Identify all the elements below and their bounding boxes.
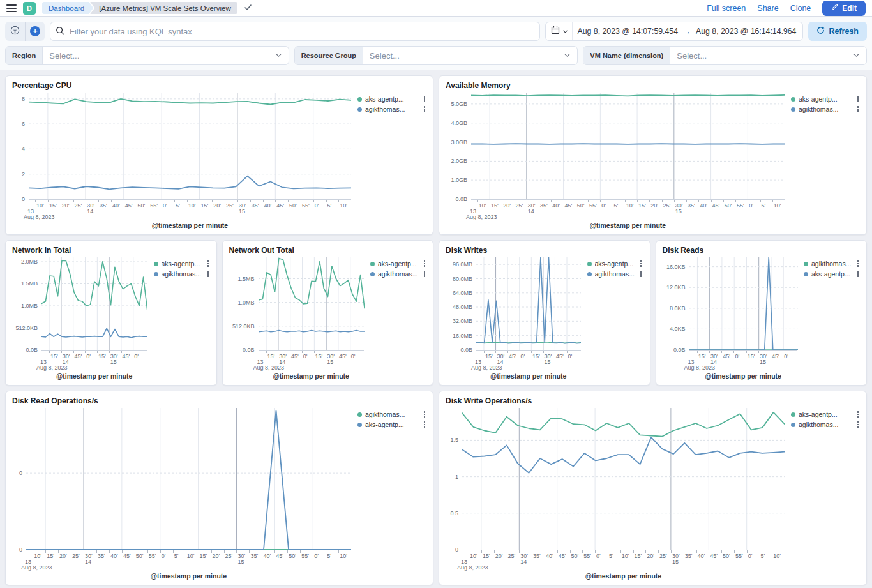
y-tick-label: 0.0B: [460, 347, 472, 353]
legend-options-icon[interactable]: [423, 260, 427, 268]
x-tick-label: 50': [289, 202, 297, 209]
x-tick-mark: [149, 200, 149, 202]
chart-plot-area[interactable]: 0.0B16.0MB32.0MB48.0MB64.0MB80.0MB96.0MB: [476, 257, 581, 351]
legend-label: aks-agentp...: [365, 421, 419, 428]
x-hour-label: 15: [545, 359, 551, 365]
legend-item[interactable]: aks-agentp...: [357, 421, 426, 428]
y-tick-label: 0.0B: [673, 347, 686, 353]
x-tick-label: 15': [315, 353, 323, 359]
legend-options-icon[interactable]: [856, 411, 861, 418]
legend-options-icon[interactable]: [423, 270, 427, 278]
x-tick-mark: [61, 351, 62, 353]
legend-item[interactable]: aks-agentp...: [587, 260, 643, 268]
x-tick-mark: [671, 550, 672, 553]
legend-item[interactable]: agikthomas...: [791, 421, 860, 428]
chart-plot-area[interactable]: 00: [26, 408, 351, 550]
legend-item[interactable]: agikthomas...: [370, 270, 426, 278]
x-tick-label: 15': [267, 353, 275, 359]
x-origin-date: Aug 8, 2023: [21, 564, 52, 571]
edit-button[interactable]: Edit: [822, 1, 866, 16]
share-link[interactable]: Share: [757, 4, 778, 13]
panel-title: Disk Write Operations/s: [446, 396, 860, 405]
x-axis: 10'15'20'25'30'35'40'45'50'55'0'5'10'15'…: [471, 200, 785, 221]
chart-svg-network-out-total: [259, 257, 365, 350]
calendar-icon: [551, 26, 560, 37]
space-avatar[interactable]: D: [23, 2, 36, 15]
chart-plot-area[interactable]: 0.0B512.0KB1.0MB1.5MB2.0MB: [41, 257, 147, 351]
control-region-value[interactable]: Select...: [43, 51, 274, 61]
breadcrumb-dashboard[interactable]: Dashboard: [42, 2, 93, 14]
chart-plot-area[interactable]: 00.511.5: [462, 408, 785, 550]
legend-item[interactable]: agikthomas...: [791, 105, 860, 113]
menu-icon[interactable]: [6, 4, 17, 12]
x-tick-mark: [96, 550, 97, 553]
legend-options-icon[interactable]: [423, 411, 427, 418]
chart-plot-area[interactable]: 0.0B1.0GB2.0GB3.0GB4.0GB5.0GB: [471, 93, 785, 200]
legend-dot-green: [357, 412, 362, 417]
legend-options-icon[interactable]: [423, 95, 427, 103]
legend-item[interactable]: agikthomas...: [357, 411, 426, 418]
chart-plot-area[interactable]: 0.0B512.0KB1.0MB1.5MB: [259, 257, 365, 351]
legend-item[interactable]: aks-agentp...: [370, 260, 426, 268]
x-tick-label: 10': [340, 202, 347, 209]
chart-plot-area[interactable]: 0.0B4.0KB8.0KB12.0KB16.0KB: [689, 257, 798, 351]
chart-svg-disk-write-operations: [462, 408, 785, 550]
legend-options-icon[interactable]: [856, 95, 861, 103]
x-hour-label: 15: [327, 359, 333, 365]
legend-item[interactable]: agikthomas...: [357, 105, 426, 113]
legend-options-icon[interactable]: [856, 270, 861, 278]
control-region[interactable]: Region Select...: [5, 46, 289, 65]
legend-item[interactable]: aks-agentp...: [791, 95, 860, 103]
legend-options-icon[interactable]: [639, 260, 643, 268]
x-tick-label: 5': [327, 553, 331, 559]
x-tick-label: 15': [491, 202, 499, 209]
clone-link[interactable]: Clone: [790, 4, 811, 13]
full-screen-link[interactable]: Full screen: [707, 4, 746, 13]
x-tick-mark: [288, 200, 289, 202]
legend-options-icon[interactable]: [856, 105, 861, 113]
control-resource-group[interactable]: Resource Group Select...: [294, 46, 578, 65]
legend-options-icon[interactable]: [856, 421, 861, 428]
panel-network-in-total: Network In Total 0.0B512.0KB1.0MB1.5MB2.…: [5, 240, 217, 386]
legend-options-icon[interactable]: [206, 260, 210, 268]
kql-search-input[interactable]: [50, 22, 540, 41]
legend-item[interactable]: aks-agentp...: [791, 411, 860, 418]
legend-item[interactable]: agikthomas...: [587, 270, 643, 278]
date-to[interactable]: Aug 8, 2023 @ 16:14:14.964: [696, 27, 796, 36]
y-tick-label: 96.0MB: [453, 261, 472, 268]
x-tick-label: 20': [213, 553, 220, 559]
x-axis-title: @timestamp per minute: [259, 372, 365, 380]
refresh-button[interactable]: Refresh: [808, 22, 867, 41]
legend-label: agikthomas...: [378, 270, 419, 278]
saved-query-button[interactable]: [5, 22, 25, 41]
legend-options-icon[interactable]: [856, 260, 861, 268]
chart-legend: aks-agentp...agikthomas...: [785, 408, 860, 580]
legend-options-icon[interactable]: [639, 270, 643, 278]
breadcrumb-current[interactable]: [Azure Metrics] VM Scale Sets Overview: [90, 2, 237, 14]
x-tick-label: 35': [533, 553, 541, 559]
chart-plot-area[interactable]: 02468: [29, 93, 351, 200]
x-axis-title: @timestamp per minute: [462, 571, 785, 580]
x-tick-mark: [263, 200, 264, 202]
x-tick-label: 15': [532, 353, 540, 359]
legend-item[interactable]: aks-agentp...: [154, 260, 210, 268]
control-resource-group-value[interactable]: Select...: [363, 51, 564, 61]
legend-options-icon[interactable]: [206, 270, 210, 278]
legend-item[interactable]: agikthomas...: [154, 270, 210, 278]
arrow-right-icon: →: [683, 27, 691, 36]
date-menu-button[interactable]: [551, 22, 573, 40]
control-vm-name-value[interactable]: Select...: [670, 51, 853, 61]
add-filter-button[interactable]: +: [25, 22, 45, 41]
legend-options-icon[interactable]: [423, 105, 427, 113]
x-tick-label: 40': [546, 553, 553, 559]
legend-item[interactable]: aks-agentp...: [357, 95, 426, 103]
legend-options-icon[interactable]: [423, 421, 427, 428]
date-from[interactable]: Aug 8, 2023 @ 14:07:59.454: [578, 27, 678, 36]
legend-item[interactable]: aks-agentp...: [804, 270, 860, 278]
panel-title: Disk Read Operations/s: [12, 396, 426, 405]
legend-item[interactable]: agikthomas...: [804, 260, 860, 268]
x-tick-label: 15': [201, 202, 209, 209]
x-tick-label: 35': [252, 202, 259, 209]
control-vm-name[interactable]: VM Name (dimension) Select...: [583, 46, 867, 65]
x-tick-label: 0': [351, 353, 356, 359]
